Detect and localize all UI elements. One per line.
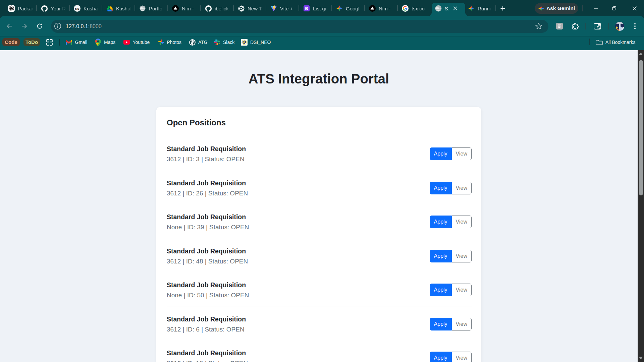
svg-text:B: B: [305, 6, 308, 11]
svg-text:KS: KS: [75, 7, 79, 10]
